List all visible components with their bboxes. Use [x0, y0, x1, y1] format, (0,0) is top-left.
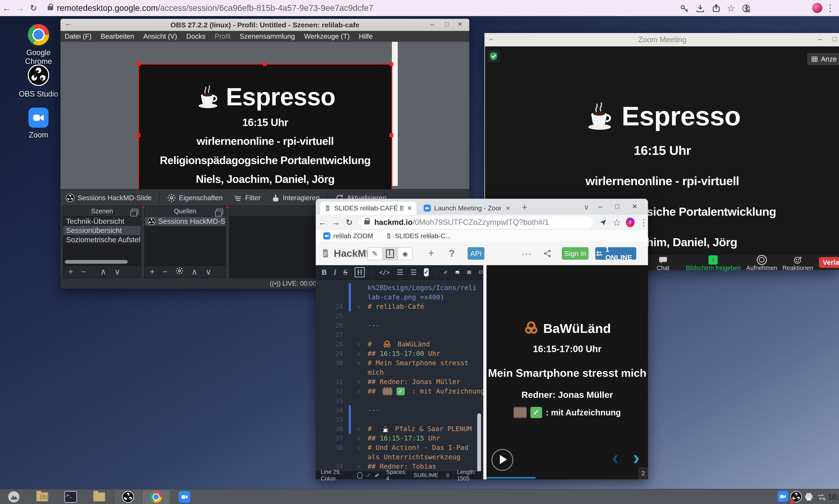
maximize-icon[interactable]: □ [445, 20, 449, 28]
move-down-button[interactable]: ∨ [205, 267, 211, 276]
api-button[interactable]: API [468, 247, 484, 260]
scene-item[interactable]: Soziometrische Aufstellun [63, 235, 141, 244]
scrollbar-vertical[interactable] [477, 413, 481, 471]
menu-dots-icon[interactable]: ⋮ [639, 217, 648, 228]
markdown-editor[interactable]: B I S H </> ☰ ☰ ✓ k%2BDesign/Logos/Icons… [316, 265, 483, 471]
bullet-list-button[interactable]: ☰ [397, 268, 403, 276]
bookmark-slides[interactable]: SLIDES relilab-C... [395, 232, 451, 240]
avatar[interactable] [812, 3, 822, 13]
taskbar-terminal[interactable]: >_ [57, 490, 85, 504]
menu-dots-icon[interactable]: ⋮ [826, 2, 835, 13]
remove-source-button[interactable]: − [162, 267, 167, 276]
crop-handle[interactable] [137, 133, 140, 137]
source-properties-button[interactable] [175, 267, 184, 276]
move-down-button[interactable]: ∨ [114, 267, 120, 276]
add-scene-button[interactable]: + [68, 267, 73, 276]
tray-zoom-icon[interactable] [777, 491, 788, 502]
maximize-icon[interactable]: □ [615, 202, 619, 210]
minimize-icon[interactable]: – [818, 35, 822, 43]
check-icon[interactable]: ✓ [366, 472, 371, 479]
tab-search-icon[interactable]: ∨ [584, 203, 589, 211]
prev-slide-icon[interactable]: ‹ [612, 446, 619, 469]
dock-tab-sessions[interactable]: Sessions HackMD-Slide [66, 194, 152, 202]
address-bar[interactable]: hackmd.io /0Moh79SUTFCZoZzympwlTQ?both#/… [359, 216, 593, 228]
lightbulb-icon[interactable] [357, 472, 363, 479]
crop-handle[interactable] [389, 62, 393, 66]
keymap-setting[interactable]: SUBLIME [414, 472, 439, 479]
new-tab-button[interactable]: + [522, 202, 527, 213]
scene-item-selected[interactable]: Sessionübersicht [63, 226, 141, 235]
view-button[interactable]: Anze [807, 53, 839, 65]
key-icon[interactable] [679, 3, 689, 13]
crop-handle[interactable] [389, 133, 393, 137]
menu-datei[interactable]: Datei (F) [65, 32, 91, 40]
table-button[interactable] [467, 268, 472, 276]
extensions-icon[interactable] [741, 3, 751, 13]
desktop-icon-obs[interactable]: OBS Studio [13, 65, 64, 98]
forward-icon[interactable]: → [13, 3, 27, 13]
tray-printer-icon[interactable] [804, 492, 814, 503]
remove-scene-button[interactable]: − [81, 267, 86, 276]
maximize-icon[interactable]: □ [833, 35, 837, 43]
tab-slides[interactable]: SLIDES relilab-CAFÉ Breakou ✕ [320, 202, 416, 215]
star-icon[interactable]: ☆ [727, 3, 735, 14]
szenen-header[interactable]: Szenen [63, 206, 141, 217]
popout-icon[interactable] [216, 209, 223, 215]
desktop-icon-zoom[interactable]: Zoom [13, 108, 64, 139]
close-tab-icon[interactable]: ✕ [407, 204, 412, 212]
next-slide-icon[interactable]: › [633, 446, 639, 469]
add-source-button[interactable]: + [150, 267, 155, 276]
obs-preview-canvas[interactable]: Espresso 16:15 Uhr wirlernenonline - rpi… [61, 42, 469, 189]
dock-tab-filter[interactable]: Filter [234, 194, 260, 202]
sign-in-button[interactable]: Sign in [562, 247, 588, 260]
back-icon[interactable]: ← [0, 3, 13, 13]
crop-handle[interactable] [263, 62, 267, 66]
share-icon[interactable] [543, 249, 552, 258]
forward-icon[interactable]: → [329, 218, 343, 227]
menu-bearbeiten[interactable]: Bearbeiten [101, 32, 134, 40]
heading-button[interactable]: H [355, 267, 365, 277]
taskbar-screenshot-folder[interactable]: [D] [29, 490, 56, 504]
code-button[interactable]: </> [379, 269, 390, 276]
send-to-device-icon[interactable] [599, 218, 607, 227]
url-path[interactable]: /access/session/6ca96efb-815b-4a57-9e73-… [158, 3, 374, 13]
italic-button[interactable]: I [334, 268, 336, 277]
source-item-selected[interactable]: Sessions HackMD-Slid [145, 217, 225, 226]
obs-title-bar[interactable]: ⌐ OBS 27.2.2 (linux) - Profil: Untitled … [61, 19, 469, 31]
more-options-icon[interactable]: … [521, 245, 532, 257]
wrench-icon[interactable]: ⚙ [445, 472, 450, 478]
pane-divider[interactable] [483, 265, 486, 479]
image-button[interactable] [455, 268, 460, 276]
back-icon[interactable]: ← [316, 218, 329, 227]
taskbar-obs[interactable] [114, 490, 142, 504]
task-list-button[interactable]: ✓ [424, 268, 429, 276]
taskbar-files[interactable] [85, 490, 113, 504]
close-icon[interactable]: ✕ [632, 202, 637, 211]
star-icon[interactable]: ☆ [613, 217, 621, 228]
online-users-button[interactable]: 1 ONLINE [595, 247, 636, 260]
download-icon[interactable] [695, 3, 705, 13]
play-button[interactable] [492, 449, 513, 471]
taskbar-launcher[interactable] [0, 490, 28, 504]
taskbar-zoom[interactable] [171, 490, 198, 504]
avatar[interactable]: # [626, 217, 635, 227]
menu-szenensammlung[interactable]: Szenensammlung [240, 32, 295, 40]
brush-icon[interactable] [375, 473, 379, 477]
strikethrough-button[interactable]: S [343, 268, 347, 277]
help-button[interactable]: ? [449, 248, 455, 259]
tray-network-icon[interactable] [817, 492, 826, 503]
popout-icon[interactable] [132, 209, 138, 215]
share-icon[interactable] [711, 3, 721, 13]
comment-button[interactable] [479, 268, 483, 276]
new-note-button[interactable]: + [428, 247, 434, 259]
clock[interactable]: 10:37 [828, 492, 839, 502]
zoom-title-bar[interactable]: ⌐ Zoom Meeting – □ [485, 33, 839, 47]
refresh-icon[interactable]: ↻ [27, 3, 40, 13]
url-host[interactable]: remotedesktop.google.com [57, 3, 158, 13]
obs-scene-preview[interactable]: Espresso 16:15 Uhr wirlernenonline - rpi… [138, 64, 392, 208]
minimize-icon[interactable]: – [598, 202, 603, 211]
numbered-list-button[interactable]: ☰ [410, 268, 416, 276]
bold-button[interactable]: B [322, 268, 327, 277]
scrollbar-horizontal[interactable] [65, 260, 127, 264]
menu-ansicht[interactable]: Ansicht (V) [143, 32, 177, 40]
